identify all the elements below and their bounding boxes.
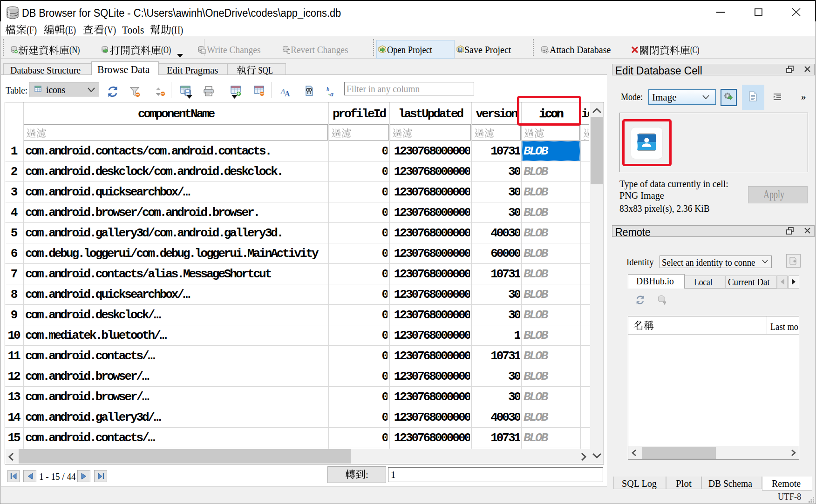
svg-text:A: A (285, 90, 290, 97)
svg-text:b: b (326, 87, 329, 93)
svg-text:a: a (330, 91, 333, 97)
